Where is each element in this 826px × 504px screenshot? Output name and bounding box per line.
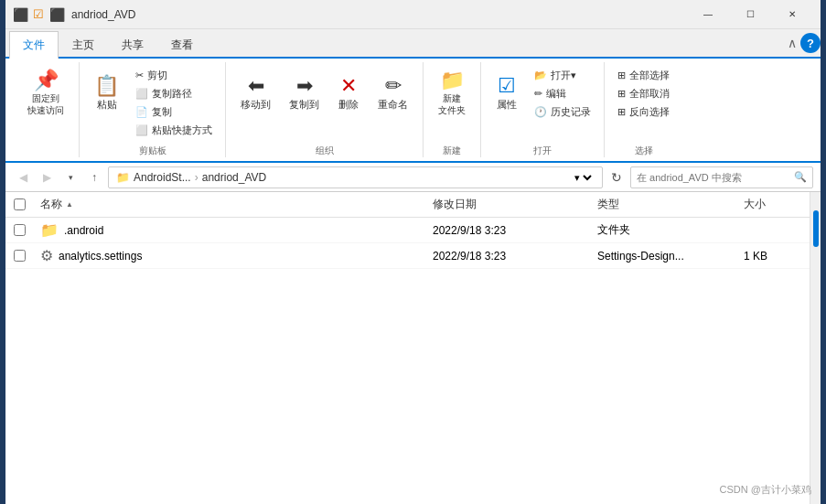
pin-to-quickaccess-button[interactable]: 📌 固定到快速访问 [20, 66, 71, 121]
properties-icon: ☑ [498, 76, 516, 96]
file-list-header: 名称 ▲ 修改日期 类型 大小 [5, 192, 810, 218]
ribbon-group-open: ☑ 属性 📂 打开▾ ✏ 编辑 🕐 历史记录 [481, 62, 605, 157]
right-accent [821, 0, 826, 504]
back-button[interactable]: ◀ [13, 167, 33, 188]
ribbon-group-content-clipboard: 📋 粘贴 ✂ 剪切 ⬜ 复制路径 📄 复制 [87, 62, 218, 143]
table-row[interactable]: 📁 .android 2022/9/18 3:23 文件夹 [5, 218, 810, 243]
sidebar-right-marker [813, 210, 819, 247]
copy-button[interactable]: 📄 复制 [130, 102, 218, 121]
edit-button[interactable]: ✏ 编辑 [529, 84, 596, 102]
minimize-button[interactable]: — [687, 0, 729, 29]
cut-label: 剪切 [147, 69, 167, 82]
row-type-android: 文件夹 [590, 222, 736, 238]
search-box[interactable]: 🔍 [630, 166, 813, 188]
table-row[interactable]: ⚙ analytics.settings 2022/9/18 3:23 Sett… [5, 243, 810, 269]
android-type: 文件夹 [597, 222, 630, 238]
android-name: .android [64, 224, 103, 237]
copy-to-button[interactable]: ➡ 复制到 [282, 66, 327, 121]
checkbox-analytics[interactable] [14, 250, 26, 262]
move-to-button[interactable]: ⬅ 移动到 [233, 66, 278, 121]
invert-selection-button[interactable]: ⊞ 反向选择 [612, 102, 675, 121]
new-folder-icon: 📁 [440, 70, 465, 91]
header-name[interactable]: 名称 ▲ [33, 192, 425, 217]
header-size[interactable]: 大小 [736, 192, 810, 217]
breadcrumb-part2: andriod_AVD [202, 171, 267, 184]
paste-shortcut-label: 粘贴快捷方式 [152, 123, 212, 137]
copy-to-label: 复制到 [289, 98, 319, 112]
cut-button[interactable]: ✂ 剪切 [130, 66, 218, 84]
paste-button[interactable]: 📋 粘贴 [87, 66, 126, 121]
history-icon: 🕐 [534, 106, 547, 118]
title-bar-icons: ⬛ ☑ ⬛ [13, 7, 64, 22]
header-date-label: 修改日期 [433, 197, 477, 212]
row-name-analytics: ⚙ analytics.settings [33, 247, 425, 264]
tab-share[interactable]: 共享 [108, 31, 157, 59]
sidebar-right [810, 192, 821, 504]
forward-button[interactable]: ▶ [37, 167, 57, 188]
pin-label: 固定到快速访问 [27, 92, 64, 116]
properties-button[interactable]: ☑ 属性 [488, 66, 525, 121]
row-checkbox-android[interactable] [5, 224, 33, 236]
header-type[interactable]: 类型 [590, 192, 736, 217]
address-dropdown[interactable]: ▾ [571, 171, 595, 184]
checkbox-android[interactable] [14, 224, 26, 236]
tab-file[interactable]: 文件 [9, 31, 59, 59]
select-all-button[interactable]: ⊞ 全部选择 [612, 66, 675, 84]
select-all-checkbox[interactable] [14, 198, 26, 210]
folder-icon-android: 📁 [40, 221, 59, 239]
refresh-button[interactable]: ↻ [606, 167, 627, 188]
recent-button[interactable]: ▾ [60, 167, 80, 188]
address-path[interactable]: 📁 AndroidSt... › andriod_AVD ▾ [108, 166, 603, 188]
move-icon: ⬅ [248, 76, 264, 96]
tab-home[interactable]: 主页 [59, 31, 108, 59]
ribbon-collapse-icon[interactable]: ∧ [788, 36, 797, 50]
up-button[interactable]: ↑ [84, 167, 104, 188]
clipboard-label: 剪贴板 [139, 143, 166, 157]
ribbon-tabs: 文件 主页 共享 查看 ∧ ? [5, 29, 821, 59]
ribbon: 📌 固定到快速访问 📋 粘贴 ✂ 剪切 ⬜ [5, 59, 821, 163]
header-checkbox[interactable] [5, 192, 33, 217]
pin-icon: 📌 [34, 70, 59, 91]
copy-path-icon: ⬜ [135, 88, 148, 100]
rename-button[interactable]: ✏ 重命名 [370, 66, 415, 121]
ribbon-group-clipboard: 📋 粘贴 ✂ 剪切 ⬜ 复制路径 📄 复制 [80, 62, 226, 157]
breadcrumb-separator: › [195, 171, 198, 184]
new-label: 新建 [443, 143, 461, 157]
invert-label: 反向选择 [629, 105, 670, 119]
empty-area [5, 269, 810, 452]
search-input[interactable] [637, 172, 790, 183]
copy-path-button[interactable]: ⬜ 复制路径 [130, 84, 218, 102]
row-date-android: 2022/9/18 3:23 [425, 224, 590, 237]
paste-shortcut-icon: ⬜ [135, 124, 148, 136]
row-date-analytics: 2022/9/18 3:23 [425, 250, 590, 263]
copy-to-icon: ➡ [296, 76, 313, 96]
new-folder-button[interactable]: 📁 新建文件夹 [431, 66, 473, 121]
open-label: 打开 [533, 143, 552, 157]
header-name-label: 名称 [40, 197, 62, 212]
open-label: 打开▾ [551, 69, 576, 82]
window-title: andriod_AVD [64, 8, 687, 21]
history-button[interactable]: 🕐 历史记录 [529, 102, 596, 121]
open-button[interactable]: 📂 打开▾ [529, 66, 596, 84]
paste-shortcut-button[interactable]: ⬜ 粘贴快捷方式 [130, 121, 218, 139]
copy-icon: 📄 [135, 106, 148, 118]
tab-view[interactable]: 查看 [157, 31, 207, 59]
select-none-button[interactable]: ⊞ 全部取消 [612, 84, 675, 102]
delete-button[interactable]: ✕ 删除 [330, 66, 367, 121]
select-small-group: ⊞ 全部选择 ⊞ 全部取消 ⊞ 反向选择 [612, 66, 675, 121]
title-icon-3: ⬛ [49, 7, 64, 22]
header-date[interactable]: 修改日期 [425, 192, 590, 217]
title-checkbox-icon: ☑ [31, 7, 46, 22]
row-checkbox-analytics[interactable] [5, 250, 33, 262]
help-button[interactable]: ? [800, 33, 821, 53]
analytics-name: analytics.settings [59, 250, 142, 263]
row-size-analytics: 1 KB [736, 250, 810, 263]
header-size-label: 大小 [744, 197, 766, 212]
address-dropdown-select[interactable]: ▾ [571, 171, 595, 184]
sort-arrow-name: ▲ [66, 200, 73, 209]
close-button[interactable]: ✕ [771, 0, 813, 29]
ribbon-group-content-select: ⊞ 全部选择 ⊞ 全部取消 ⊞ 反向选择 [612, 62, 675, 143]
maximize-button[interactable]: ☐ [729, 0, 771, 29]
copy-label: 复制 [152, 105, 172, 119]
delete-label: 删除 [338, 98, 359, 112]
